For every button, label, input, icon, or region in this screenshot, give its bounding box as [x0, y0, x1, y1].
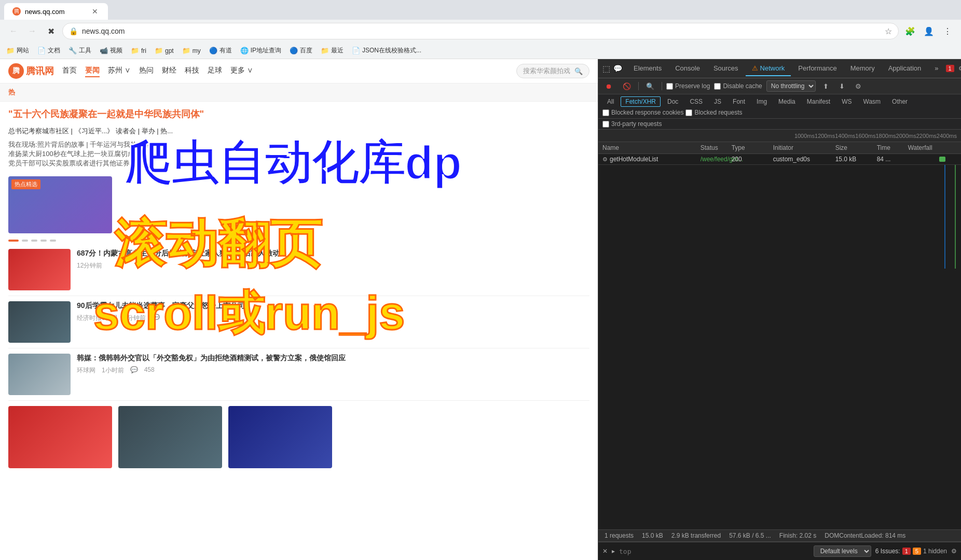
- body-text-2[interactable]: 党员干部可以买卖股票或者进行其他证券投资吗?: [8, 159, 154, 167]
- blocked-requests-input[interactable]: [685, 109, 692, 116]
- filter-ws[interactable]: WS: [837, 96, 856, 107]
- tab-application[interactable]: Application: [882, 61, 928, 76]
- tab-sources[interactable]: Sources: [707, 61, 745, 76]
- filter-button[interactable]: 🔍: [643, 81, 657, 91]
- nav-yaowen[interactable]: 要闻: [85, 65, 100, 77]
- tab-more[interactable]: »: [928, 61, 944, 76]
- third-party-checkbox[interactable]: 3rd-party requests: [602, 120, 662, 128]
- qq-search-box[interactable]: 搜索华索颜拍戏 🔍: [516, 64, 589, 78]
- bookmark-my[interactable]: 📁 my: [182, 47, 201, 54]
- blocked-requests-checkbox[interactable]: Blocked requests: [685, 109, 742, 116]
- news-list-item-0[interactable]: 687分！内蒙古高考生查分后假装淡定让家人猜 揭晓后家人激动... 12分钟前: [8, 244, 589, 296]
- devtools-settings-icon[interactable]: ⚙: [958, 65, 961, 72]
- devtools-icon-inspect[interactable]: ⬚: [602, 64, 610, 74]
- filter-js[interactable]: JS: [709, 96, 726, 107]
- tab-memory[interactable]: Memory: [844, 61, 881, 76]
- filter-font[interactable]: Font: [728, 96, 750, 107]
- nav-more[interactable]: 更多 ∨: [230, 65, 253, 77]
- qq-logo[interactable]: 腾 腾讯网: [8, 63, 54, 79]
- console-settings-icon[interactable]: ⚙: [951, 548, 957, 555]
- news-headline[interactable]: "五十六个民族凝聚在一起就是中华民族共同体": [0, 102, 598, 127]
- carousel-dot-active[interactable]: [8, 240, 19, 242]
- main-headline[interactable]: "五十六个民族凝聚在一起就是中华民族共同体": [8, 108, 589, 120]
- bookmark-fri[interactable]: 📁 fri: [131, 47, 146, 54]
- nav-zuqiu[interactable]: 足球: [208, 65, 222, 77]
- nav-caijing[interactable]: 财经: [162, 65, 176, 77]
- bookmark-ip[interactable]: 🌐 IP地址查询: [240, 46, 281, 55]
- filter-css[interactable]: CSS: [685, 96, 707, 107]
- nav-rewen[interactable]: 热问: [139, 65, 154, 77]
- forward-button[interactable]: →: [25, 24, 39, 38]
- body-text-1[interactable]: 准扬菜大厨100秒在气球上把一块豆腐切成花: [8, 150, 141, 158]
- devtools-icon-console[interactable]: 💬: [613, 64, 622, 73]
- clear-button[interactable]: 🚫: [620, 81, 634, 91]
- subhead-0[interactable]: 总书记考察城市社区 | 《习近平...》 读者会 | 举办 | 热...: [8, 127, 173, 136]
- bookmark-tools[interactable]: 🔧 工具: [68, 46, 91, 55]
- filter-img[interactable]: Img: [752, 96, 772, 107]
- filter-fetch-xhr[interactable]: Fetch/XHR: [621, 96, 661, 107]
- tab-console[interactable]: Console: [669, 61, 706, 76]
- carousel-dot-1[interactable]: [22, 240, 28, 242]
- carousel-dot-4[interactable]: [50, 240, 56, 242]
- address-box[interactable]: 🔒 news.qq.com ☆: [62, 23, 899, 39]
- filter-wasm[interactable]: Wasm: [859, 96, 886, 107]
- table-row[interactable]: ⚙ getHotModuleList /wee/feed/get... 200 …: [598, 154, 961, 165]
- news-image-b[interactable]: [118, 406, 222, 468]
- disable-cache-checkbox[interactable]: Disable cache: [714, 82, 762, 90]
- news-list-item-1[interactable]: 90后学霸女儿未能当选董事，富豪父亲怒告上市公司 经济时报6公司 9分钟前 💬 …: [8, 296, 589, 348]
- bookmark-docs[interactable]: 📄 文档: [37, 46, 60, 55]
- news-list-item-2[interactable]: 韩媒：俄韩韩外交官以「外交豁免权」为由拒绝酒精测试，被警方立案，俄使馆回应 环球…: [8, 348, 589, 401]
- bookmark-json[interactable]: 📄 JSON在线校验格式...: [352, 46, 421, 55]
- preserve-log-checkbox[interactable]: Preserve log: [666, 82, 710, 90]
- filter-doc[interactable]: Doc: [663, 96, 683, 107]
- col-header-waterfall[interactable]: Waterfall: [908, 144, 957, 151]
- console-input[interactable]: [619, 548, 809, 555]
- tab-network[interactable]: ⚠ Network: [746, 61, 791, 76]
- bookmark-gpt[interactable]: 📁 gpt: [155, 47, 174, 54]
- tab-close-button[interactable]: ✕: [90, 7, 100, 16]
- bookmark-youdao[interactable]: 🔵 有道: [209, 46, 232, 55]
- carousel-dot-2[interactable]: [31, 240, 37, 242]
- filter-other[interactable]: Other: [887, 96, 912, 107]
- col-header-type[interactable]: Type: [732, 144, 773, 151]
- nav-suzhou[interactable]: 苏州 ∨: [108, 65, 131, 77]
- nav-home[interactable]: 首页: [62, 65, 77, 77]
- import-button[interactable]: ⬆: [820, 81, 832, 91]
- tab-performance[interactable]: Performance: [792, 61, 843, 76]
- news-image-c[interactable]: [228, 406, 332, 468]
- bookmark-recent[interactable]: 📁 最近: [321, 46, 344, 55]
- bookmark-video[interactable]: 📹 视频: [100, 46, 122, 55]
- disable-cache-input[interactable]: [714, 83, 721, 90]
- filter-media[interactable]: Media: [774, 96, 800, 107]
- col-header-status[interactable]: Status: [701, 144, 732, 151]
- export-button[interactable]: ⬇: [836, 81, 848, 91]
- col-header-name[interactable]: Name: [602, 144, 701, 151]
- browser-tab[interactable]: 腾 news.qq.com ✕: [4, 3, 108, 20]
- col-header-time[interactable]: Time: [877, 144, 908, 151]
- news-item-title-1[interactable]: 90后学霸女儿未能当选董事，富豪父亲怒告上市公司: [77, 301, 589, 311]
- blocked-response-checkbox[interactable]: Blocked response cookies: [602, 109, 683, 116]
- bookmark-website[interactable]: 📁 网站: [6, 46, 29, 55]
- news-item-title-0[interactable]: 687分！内蒙古高考生查分后假装淡定让家人猜 揭晓后家人激动...: [77, 249, 589, 258]
- bookmark-baidu[interactable]: 🔵 百度: [290, 46, 312, 55]
- tab-elements[interactable]: Elements: [627, 61, 668, 76]
- throttling-select[interactable]: No throttling: [766, 80, 816, 92]
- reload-button[interactable]: ✖: [44, 24, 58, 38]
- menu-button[interactable]: ⋮: [940, 24, 955, 38]
- col-header-initiator[interactable]: Initiator: [773, 144, 835, 151]
- profile-button[interactable]: 👤: [922, 24, 936, 38]
- network-settings-button[interactable]: ⚙: [852, 81, 864, 91]
- bookmark-star-icon[interactable]: ☆: [885, 26, 892, 36]
- carousel-dot-3[interactable]: [40, 240, 47, 242]
- nav-keji[interactable]: 科技: [185, 65, 199, 77]
- col-header-size[interactable]: Size: [835, 144, 877, 151]
- back-button[interactable]: ←: [6, 24, 21, 38]
- filter-manifest[interactable]: Manifest: [802, 96, 835, 107]
- record-button[interactable]: ⏺: [602, 81, 615, 91]
- blocked-response-input[interactable]: [602, 109, 609, 116]
- extensions-button[interactable]: 🧩: [903, 24, 917, 38]
- featured-card-0[interactable]: 热点精选: [8, 176, 112, 233]
- filter-all[interactable]: All: [602, 96, 619, 107]
- news-image-a[interactable]: [8, 406, 112, 468]
- news-item-title-2[interactable]: 韩媒：俄韩韩外交官以「外交豁免权」为由拒绝酒精测试，被警方立案，俄使馆回应: [77, 354, 589, 363]
